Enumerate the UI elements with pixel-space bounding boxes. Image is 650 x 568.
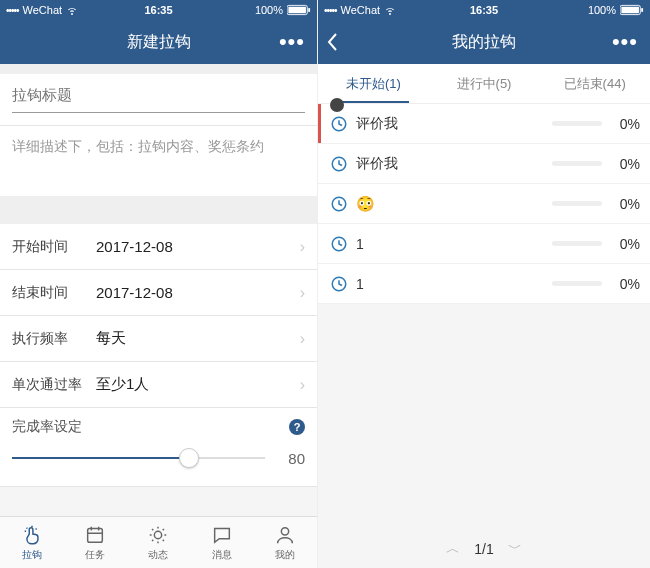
progress-bar (552, 121, 602, 126)
description-input[interactable]: 详细描述下，包括：拉钩内容、奖惩条约 (0, 126, 317, 196)
item-pct: 0% (612, 156, 640, 172)
left-phone-screen: ••••• WeChat 16:35 100% 新建拉钩 ••• 详细描述下，包… (0, 0, 318, 568)
tab-finished[interactable]: 已结束(44) (539, 64, 650, 103)
list-item[interactable]: 😳 0% (318, 184, 650, 224)
status-time: 16:35 (144, 4, 172, 16)
item-pct: 0% (612, 276, 640, 292)
chevron-right-icon: › (300, 284, 305, 302)
progress-bar (552, 281, 602, 286)
battery-pct: 100% (588, 4, 616, 16)
svg-rect-7 (621, 7, 639, 13)
svg-point-5 (282, 527, 289, 534)
end-time-row[interactable]: 结束时间 2017-12-08 › (0, 270, 317, 316)
more-icon[interactable]: ••• (279, 20, 305, 64)
row-value: 2017-12-08 (96, 238, 300, 255)
person-icon (274, 524, 296, 546)
signal-dots-icon: ••••• (324, 5, 337, 16)
row-value: 至少1人 (96, 375, 300, 394)
nav-bar: 新建拉钩 ••• (0, 20, 317, 64)
hand-tap-icon (21, 524, 43, 546)
tab-in-progress[interactable]: 进行中(5) (429, 64, 540, 103)
nav-title: 我的拉钩 (452, 32, 516, 53)
carrier-label: WeChat (23, 4, 63, 16)
clock-icon (330, 155, 348, 173)
right-phone-screen: ••••• WeChat 16:35 100% 我的拉钩 ••• 未开始(1) … (318, 0, 650, 568)
tab-messages[interactable]: 消息 (211, 524, 233, 562)
slider-value: 80 (277, 450, 305, 467)
page-next-button[interactable]: ﹀ (508, 540, 522, 558)
clock-icon (330, 235, 348, 253)
status-bar: ••••• WeChat 16:35 100% (0, 0, 317, 20)
status-bar: ••••• WeChat 16:35 100% (318, 0, 650, 20)
tab-not-started[interactable]: 未开始(1) (318, 64, 429, 103)
item-pct: 0% (612, 116, 640, 132)
item-label: 1 (356, 236, 552, 252)
pager: ︿ 1/1 ﹀ (318, 540, 650, 558)
tab-label: 消息 (212, 548, 232, 562)
pass-rate-row[interactable]: 单次通过率 至少1人 › (0, 362, 317, 408)
frequency-row[interactable]: 执行频率 每天 › (0, 316, 317, 362)
progress-bar (552, 201, 602, 206)
tab-lagou[interactable]: 拉钩 (21, 524, 43, 562)
back-button[interactable] (326, 20, 340, 64)
row-value: 每天 (96, 329, 300, 348)
item-pct: 0% (612, 236, 640, 252)
item-label: 评价我 (356, 115, 552, 133)
list-content: 未开始(1) 进行中(5) 已结束(44) 评价我 0% 评价我 0% 😳 (318, 64, 650, 568)
list-item[interactable]: 1 0% (318, 264, 650, 304)
wifi-icon (66, 4, 78, 16)
completion-slider[interactable] (12, 448, 265, 468)
help-icon[interactable]: ? (289, 419, 305, 435)
slider-label: 完成率设定 (12, 418, 82, 436)
start-time-row[interactable]: 开始时间 2017-12-08 › (0, 224, 317, 270)
item-label: 1 (356, 276, 552, 292)
item-list: 评价我 0% 评价我 0% 😳 0% 1 0% (318, 104, 650, 304)
page-indicator: 1/1 (474, 541, 493, 557)
tab-task[interactable]: 任务 (84, 524, 106, 562)
clock-icon (330, 115, 348, 133)
sun-icon (147, 524, 169, 546)
more-icon[interactable]: ••• (612, 20, 638, 64)
clock-icon (330, 195, 348, 213)
row-label: 单次通过率 (12, 376, 96, 394)
status-time: 16:35 (470, 4, 498, 16)
nav-title: 新建拉钩 (127, 32, 191, 53)
row-label: 结束时间 (12, 284, 96, 302)
tab-feed[interactable]: 动态 (147, 524, 169, 562)
status-tabs: 未开始(1) 进行中(5) 已结束(44) (318, 64, 650, 104)
tab-label: 任务 (85, 548, 105, 562)
carrier-label: WeChat (341, 4, 381, 16)
list-item[interactable]: 1 0% (318, 224, 650, 264)
list-item[interactable]: 评价我 0% (318, 104, 650, 144)
tab-label: 拉钩 (22, 548, 42, 562)
svg-rect-1 (288, 7, 306, 13)
slider-thumb[interactable] (179, 448, 199, 468)
title-input[interactable] (12, 86, 305, 103)
chevron-right-icon: › (300, 376, 305, 394)
svg-rect-3 (88, 528, 103, 542)
battery-icon (287, 4, 311, 16)
battery-pct: 100% (255, 4, 283, 16)
bottom-tab-bar: 拉钩 任务 动态 消息 我的 (0, 516, 317, 568)
clock-icon (330, 275, 348, 293)
battery-icon (620, 4, 644, 16)
list-item[interactable]: 评价我 0% (318, 144, 650, 184)
page-prev-button[interactable]: ︿ (446, 540, 460, 558)
svg-rect-8 (641, 8, 643, 12)
item-label: 评价我 (356, 155, 552, 173)
title-field-block (0, 74, 317, 126)
chat-icon (211, 524, 233, 546)
form-content: 详细描述下，包括：拉钩内容、奖惩条约 开始时间 2017-12-08 › 结束时… (0, 64, 317, 568)
svg-rect-2 (308, 8, 310, 12)
tab-mine[interactable]: 我的 (274, 524, 296, 562)
highlight-bar (318, 104, 321, 143)
progress-bar (552, 241, 602, 246)
wifi-icon (384, 4, 396, 16)
chevron-right-icon: › (300, 330, 305, 348)
item-pct: 0% (612, 196, 640, 212)
unread-dot-icon (330, 98, 344, 112)
progress-bar (552, 161, 602, 166)
nav-bar: 我的拉钩 ••• (318, 20, 650, 64)
tab-label: 我的 (275, 548, 295, 562)
signal-dots-icon: ••••• (6, 5, 19, 16)
